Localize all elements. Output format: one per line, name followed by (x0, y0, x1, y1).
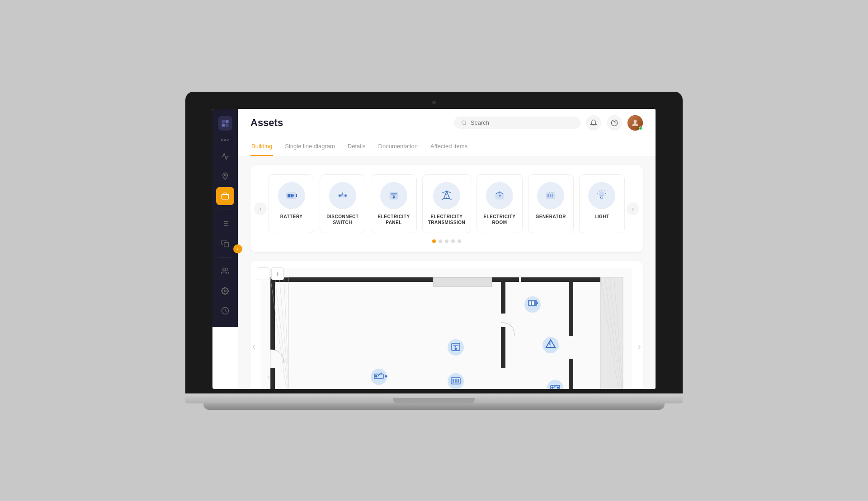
svg-line-53 (604, 190, 605, 191)
tab-affected[interactable]: Affected items (429, 137, 468, 156)
tab-single-line[interactable]: Single line diagram (284, 137, 336, 156)
svg-point-19 (634, 120, 637, 123)
svg-point-40 (446, 190, 447, 192)
help-button[interactable] (607, 115, 622, 131)
svg-rect-92 (532, 301, 534, 305)
svg-rect-72 (501, 277, 505, 282)
svg-point-33 (393, 196, 395, 198)
zoom-out-button[interactable]: − (257, 267, 269, 280)
svg-rect-103 (455, 379, 457, 383)
svg-rect-71 (501, 314, 505, 327)
page-title: Assets (250, 117, 283, 129)
svg-rect-74 (569, 359, 573, 389)
sidebar-item-team[interactable] (216, 262, 234, 280)
svg-point-114 (448, 339, 464, 356)
asset-carousel: ‹ (250, 165, 643, 252)
carousel-dot-3[interactable] (445, 239, 448, 243)
header-actions (454, 115, 643, 131)
svg-rect-104 (458, 379, 459, 383)
svg-rect-12 (224, 242, 229, 247)
sidebar-item-chart[interactable] (216, 147, 234, 165)
zoom-controls: − + (257, 267, 284, 280)
asset-card-disconnect[interactable]: DISCONNECT SWITCH (320, 174, 365, 233)
asset-card-elec-transmission[interactable]: ELECTRICITY TRANSMISSION (422, 174, 472, 233)
floorplan-prev[interactable]: ‹ (252, 341, 255, 351)
svg-point-97 (385, 375, 387, 377)
svg-point-13 (223, 268, 226, 271)
search-input[interactable] (471, 119, 573, 126)
svg-rect-73 (569, 277, 573, 336)
svg-point-96 (375, 375, 377, 377)
asset-card-elec-panel[interactable]: ELECTRICITY PANEL (371, 174, 416, 233)
svg-rect-2 (222, 123, 225, 126)
tab-documentation[interactable]: Documentation (377, 137, 419, 156)
svg-rect-64 (270, 350, 275, 368)
disconnect-label: DISCONNECT SWITCH (326, 214, 359, 225)
electricity-room-label: ELECTRICITY ROOM (482, 214, 516, 225)
svg-point-14 (224, 290, 226, 292)
asset-card-elec-room[interactable]: ELECTRICITY ROOM (476, 174, 522, 233)
light-label: LIGHT (594, 214, 609, 220)
search-box[interactable] (454, 117, 580, 129)
carousel-next-button[interactable]: › (627, 202, 639, 215)
sidebar-item-list[interactable] (216, 215, 234, 233)
electricity-room-icon-circle (486, 182, 513, 209)
sidebar-item-settings[interactable] (216, 282, 234, 300)
notification-button[interactable] (586, 115, 601, 131)
bell-icon (590, 119, 597, 126)
asset-card-battery[interactable]: BATTERY (269, 174, 314, 233)
sidebar-item-assets[interactable] (216, 187, 234, 205)
carousel-dot-1[interactable] (432, 239, 436, 243)
svg-rect-0 (222, 120, 225, 123)
sidebar-item-copy[interactable] (216, 234, 234, 253)
carousel-dot-5[interactable] (458, 239, 461, 243)
svg-point-30 (342, 192, 343, 193)
svg-line-55 (599, 190, 600, 191)
svg-text:‹: ‹ (268, 373, 270, 380)
header: Assets (238, 109, 656, 137)
svg-point-28 (344, 194, 347, 197)
carousel-dots (269, 239, 625, 243)
svg-point-4 (224, 174, 226, 176)
user-avatar[interactable] (627, 115, 643, 131)
electricity-transmission-icon-circle (433, 182, 460, 209)
search-icon (461, 120, 467, 126)
svg-rect-86 (433, 277, 492, 286)
generator-icon-circle (537, 182, 564, 209)
battery-label: BATTERY (280, 214, 303, 220)
tab-building[interactable]: Building (250, 137, 273, 156)
svg-point-111 (552, 386, 554, 389)
content-area: ‹ (238, 156, 656, 389)
asset-card-generator[interactable]: GENERATOR (528, 174, 574, 233)
carousel-prev-button[interactable]: ‹ (254, 202, 267, 215)
electricity-panel-label: ELECTRICITY PANEL (377, 214, 410, 225)
svg-rect-22 (290, 194, 292, 197)
sidebar-item-location[interactable] (216, 167, 234, 185)
svg-point-117 (455, 347, 457, 350)
svg-rect-5 (222, 194, 229, 199)
svg-rect-3 (226, 123, 229, 126)
asset-card-light[interactable]: LIGHT (579, 174, 625, 233)
zoom-in-button[interactable]: + (271, 267, 284, 280)
svg-rect-93 (537, 302, 538, 304)
disconnect-icon-circle (329, 182, 356, 209)
carousel-dot-2[interactable] (439, 239, 442, 243)
nav-expand-arrow[interactable]: › (233, 244, 242, 253)
svg-rect-58 (275, 277, 433, 282)
svg-rect-102 (453, 379, 454, 383)
sidebar-divider (218, 210, 232, 210)
floorplan-next[interactable]: › (638, 341, 641, 351)
svg-point-16 (462, 121, 466, 125)
svg-rect-1 (226, 120, 229, 123)
svg-rect-47 (552, 194, 553, 197)
svg-rect-81 (600, 277, 623, 389)
light-icon-circle (588, 182, 615, 209)
sidebar-item-billing[interactable] (216, 302, 234, 320)
tabs-bar: Building Single line diagram Details Doc… (238, 137, 656, 156)
tab-details[interactable]: Details (347, 137, 367, 156)
app-logo (218, 116, 232, 131)
carousel-dot-4[interactable] (451, 239, 455, 243)
svg-rect-46 (550, 194, 551, 197)
svg-point-112 (557, 386, 559, 389)
svg-rect-32 (391, 193, 397, 194)
